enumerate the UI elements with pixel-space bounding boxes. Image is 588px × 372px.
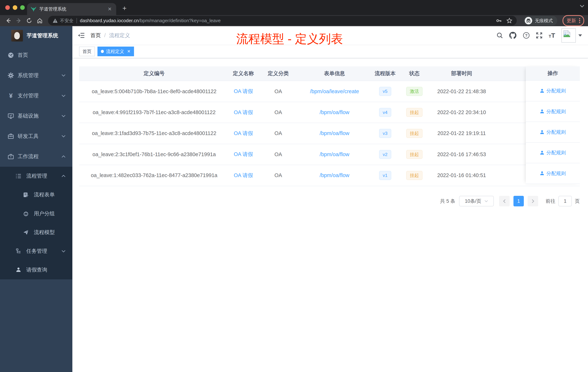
table-row: oa_leave:2:3c1f0ef1-76b1-11ec-9c66-a2380… [79, 144, 580, 165]
caret-down-icon [578, 34, 582, 37]
password-key-icon[interactable] [496, 18, 502, 24]
back-button[interactable] [4, 16, 13, 25]
chevron-down-icon [484, 200, 488, 202]
monitor-icon [8, 113, 14, 119]
sidebar-item-payment[interactable]: ¥ 支付管理 [0, 86, 72, 106]
status-badge: 挂起 [406, 150, 423, 159]
broken-image-icon [563, 30, 571, 38]
sidebar-item-label: 首页 [18, 52, 28, 59]
sidebar-toggle-icon[interactable] [78, 33, 84, 38]
next-page-button[interactable] [528, 196, 538, 206]
user-icon [540, 171, 545, 176]
pagination-total: 共 5 条 [440, 198, 455, 204]
table-row: oa_leave:5:004b710b-7b8a-11ec-8ef0-acde4… [79, 81, 580, 102]
logo-image [11, 30, 23, 42]
github-icon[interactable] [509, 32, 516, 39]
help-icon[interactable]: ? [523, 32, 530, 39]
cell-category: OA [258, 109, 299, 115]
definition-name-link[interactable]: OA 请假 [234, 130, 253, 136]
definition-name-link[interactable]: OA 请假 [234, 172, 253, 178]
gear-icon [8, 72, 14, 78]
forward-button[interactable] [14, 16, 23, 25]
app-logo: 芋道管理系统 [0, 26, 72, 45]
browser-menu-icon[interactable] [579, 18, 580, 23]
col-header-definition-id: 定义编号 [79, 70, 229, 77]
form-link[interactable]: /bpm/oa/flow [320, 172, 349, 178]
assign-rule-link[interactable]: 分配规则 [526, 122, 580, 142]
sidebar-item-label: 支付管理 [18, 92, 39, 99]
cell-deploy-time: 2022-01-22 19:19:11 [429, 130, 494, 136]
current-page-button[interactable]: 1 [514, 196, 524, 206]
search-icon[interactable] [496, 32, 503, 39]
user-icon [540, 88, 545, 93]
new-tab-button[interactable]: + [119, 3, 130, 14]
tab-close-icon[interactable]: ✕ [107, 6, 113, 12]
tag-home[interactable]: 首页 [79, 47, 95, 56]
goto-page-input[interactable] [558, 196, 572, 206]
status-badge: 挂起 [406, 171, 423, 180]
version-badge: v4 [379, 108, 391, 117]
window-controls[interactable] [5, 5, 25, 10]
url-divider [76, 18, 77, 23]
sidebar-item-label: 工作流程 [18, 153, 39, 160]
minimize-window-button[interactable] [13, 5, 17, 10]
close-window-button[interactable] [5, 5, 10, 10]
sidebar-item-leave-query[interactable]: 请假查询 [0, 261, 72, 279]
assign-rule-link[interactable]: 分配规则 [526, 143, 580, 163]
definition-name-link[interactable]: OA 请假 [234, 88, 253, 94]
breadcrumb-home[interactable]: 首页 [90, 32, 101, 39]
tree-icon [15, 248, 22, 254]
form-link[interactable]: /bpm/oa/leave/create [310, 88, 359, 94]
sidebar-item-process-mgmt[interactable]: 流程管理 [0, 167, 72, 186]
fullscreen-icon[interactable] [536, 32, 542, 39]
form-link[interactable]: /bpm/oa/flow [320, 152, 349, 157]
tag-close-icon[interactable]: ✕ [127, 47, 131, 56]
cell-deploy-time: 2022-01-16 01:40:51 [429, 172, 494, 178]
user-icon [540, 150, 545, 155]
cell-definition-id: oa_leave:5:004b710b-7b8a-11ec-8ef0-acde4… [79, 88, 229, 94]
sidebar-item-label: 请假查询 [26, 266, 47, 274]
tab-search-chevron-icon[interactable] [580, 5, 584, 8]
avatar[interactable] [561, 28, 576, 43]
sidebar-item-task-mgmt[interactable]: 任务管理 [0, 242, 72, 261]
sidebar-item-devtools[interactable]: 研发工具 [0, 126, 72, 146]
security-warning[interactable]: 不安全 [52, 18, 74, 24]
user-avatar-menu[interactable] [561, 28, 582, 43]
cell-category: OA [258, 88, 299, 94]
user-icon [540, 130, 545, 135]
url-bar[interactable]: 不安全 dashboard.yudao.iocoder.cn/bpm/manag… [48, 16, 517, 26]
assign-rule-link[interactable]: 分配规则 [526, 163, 580, 184]
col-header-operation: 操作 [526, 66, 580, 81]
sidebar-item-system[interactable]: 系统管理 [0, 65, 72, 86]
sidebar-item-label: 基础设施 [18, 112, 39, 120]
assign-rule-link[interactable]: 分配规则 [526, 101, 580, 122]
tag-process-definition[interactable]: 流程定义 ✕ [97, 47, 134, 56]
browser-tab[interactable]: 芋道管理系统 ✕ [27, 3, 116, 15]
sidebar-item-process-form[interactable]: 流程表单 [0, 186, 72, 204]
home-button[interactable] [35, 16, 44, 25]
sidebar-item-user-group[interactable]: 用户分组 [0, 204, 72, 223]
browser-update-button[interactable]: 更新 [563, 15, 584, 26]
sidebar-item-home[interactable]: 首页 [0, 45, 72, 65]
prev-page-button[interactable] [499, 196, 510, 206]
sidebar-item-workflow[interactable]: 工作流程 [0, 146, 72, 166]
reload-button[interactable] [25, 16, 34, 25]
definition-name-link[interactable]: OA 请假 [234, 109, 253, 115]
form-link[interactable]: /bpm/oa/flow [320, 130, 349, 136]
col-header-deploy-time: 部署时间 [429, 70, 494, 77]
warning-triangle-icon [52, 18, 58, 23]
sidebar-item-process-model[interactable]: 流程模型 [0, 223, 72, 242]
maximize-window-button[interactable] [20, 5, 25, 10]
page-size-select[interactable]: 10条/页 [459, 196, 494, 206]
font-size-icon[interactable]: TT [549, 32, 555, 39]
form-link[interactable]: /bpm/oa/flow [320, 109, 349, 115]
table-row: oa_leave:3:1fad3d93-7b75-11ec-a3c8-acde4… [79, 123, 580, 144]
assign-rule-link[interactable]: 分配规则 [526, 81, 580, 101]
sidebar-item-infra[interactable]: 基础设施 [0, 106, 72, 126]
chevron-right-icon [532, 199, 534, 203]
bookmark-star-icon[interactable] [506, 18, 512, 24]
definition-name-link[interactable]: OA 请假 [234, 151, 253, 157]
url-text[interactable]: dashboard.yudao.iocoder.cn/bpm/manager/d… [80, 18, 493, 23]
breadcrumb: 首页 / 流程定义 [90, 32, 130, 39]
operation-column: 操作 分配规则 分配规则 分配规则 [526, 66, 580, 184]
